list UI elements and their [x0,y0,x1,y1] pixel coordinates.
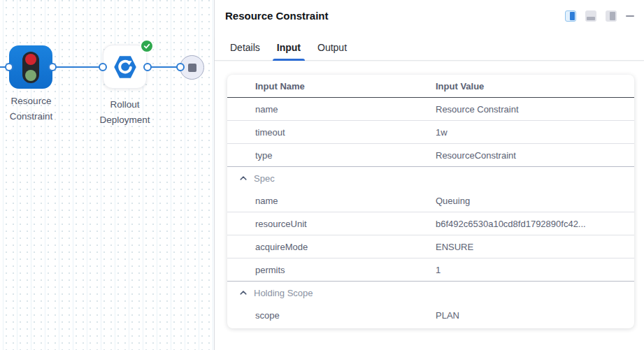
table-row: acquireMode ENSURE [227,235,634,258]
traffic-red-light [25,54,36,65]
table-row: name Queuing [227,189,634,212]
success-check-icon [140,39,154,53]
node-rollout-deployment[interactable] [103,45,147,89]
table-row: scope PLAN [227,304,634,327]
group-row-holding-scope[interactable]: Holding Scope [227,282,634,304]
input-table-card: Input Name Input Value name Resource Con… [227,75,634,328]
tab-details[interactable]: Details [226,36,264,60]
edge-node1-node2 [52,66,103,68]
row-name: name [227,196,436,206]
layout-split-right-icon[interactable] [565,10,576,22]
layout-panel-right-icon[interactable] [606,10,617,22]
row-value: PLAN [436,310,634,321]
row-name: resourceUnit [227,219,436,229]
group-row-spec[interactable]: Spec [227,167,634,189]
row-name: timeout [227,127,436,138]
port-node1-out[interactable] [48,63,57,71]
table-row: resourceUnit b6f492c6530a10cd8fd1792890f… [227,212,634,235]
table-row: type ResourceConstraint [227,144,634,167]
column-header-input-name: Input Name [227,81,436,92]
minimize-icon[interactable] [626,10,634,22]
table-row: name Resource Constraint [227,98,634,121]
port-node2-out[interactable] [143,63,152,71]
layout-panel-bottom-icon[interactable] [585,10,596,22]
stop-square-icon [188,64,196,72]
panel-header: Resource Constraint [215,0,644,22]
port-node2-in[interactable] [99,63,107,71]
port-node1-in[interactable] [5,63,13,71]
chevron-up-icon[interactable] [239,174,248,182]
table-row: timeout 1w [227,121,634,144]
row-name: scope [227,310,436,321]
tab-output[interactable]: Output [313,36,351,60]
argo-rollouts-icon [113,54,138,80]
row-name: permits [227,265,436,275]
row-value: b6f492c6530a10cd8fd1792890fc42... [436,219,634,229]
window-controls [565,10,634,22]
row-value: Resource Constraint [436,104,634,115]
tab-input[interactable]: Input [273,36,305,60]
traffic-green-light [25,70,36,81]
row-value: Queuing [436,196,634,206]
edge-node2-end [148,66,180,68]
detail-panel: Resource Constraint Details Input Output… [215,0,644,350]
row-value: ResourceConstraint [436,150,634,161]
row-name: type [227,150,436,161]
group-label: Holding Scope [254,288,313,298]
row-value: 1w [436,127,634,138]
row-value: 1 [436,265,634,275]
node-label-rollout-deployment: Rollout Deployment [93,97,157,128]
row-name: name [227,104,436,115]
row-name: acquireMode [227,242,436,252]
row-value: ENSURE [436,242,634,252]
table-header-row: Input Name Input Value [227,75,634,98]
column-header-input-value: Input Value [436,81,634,92]
port-end-in[interactable] [176,63,185,71]
table-row: permits 1 [227,258,634,282]
workflow-canvas[interactable]: Resource Constraint Rollout Deployment [0,0,215,350]
traffic-light-icon [22,52,39,83]
tab-bar: Details Input Output [215,36,644,61]
group-label: Spec [254,173,275,184]
node-label-resource-constraint: Resource Constraint [0,94,62,124]
panel-title: Resource Constraint [225,10,329,22]
chevron-up-icon[interactable] [239,289,248,297]
node-resource-constraint[interactable] [9,45,52,89]
